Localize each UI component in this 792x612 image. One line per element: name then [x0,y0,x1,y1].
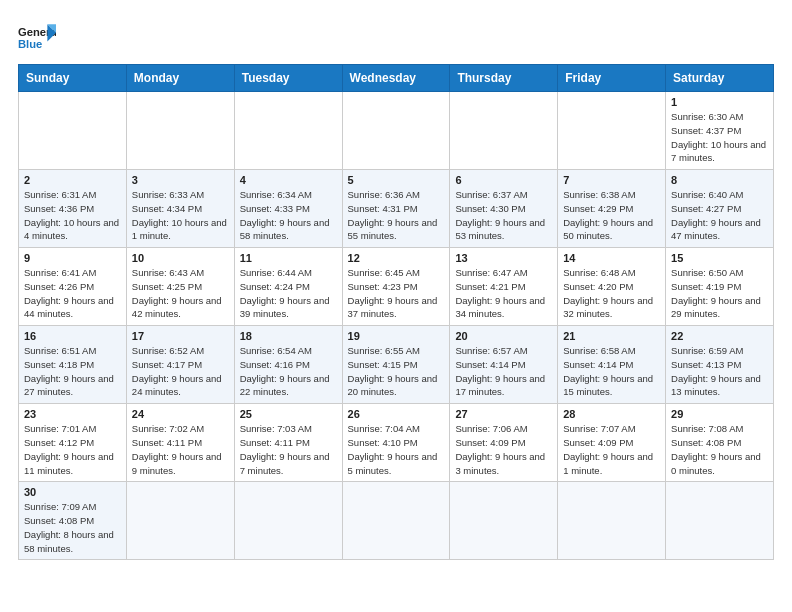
calendar-cell: 21Sunrise: 6:58 AM Sunset: 4:14 PM Dayli… [558,326,666,404]
day-number: 10 [132,252,229,264]
day-info: Sunrise: 7:01 AM Sunset: 4:12 PM Dayligh… [24,422,121,477]
day-number: 4 [240,174,337,186]
weekday-header-thursday: Thursday [450,65,558,92]
calendar-week-row: 9Sunrise: 6:41 AM Sunset: 4:26 PM Daylig… [19,248,774,326]
day-info: Sunrise: 6:33 AM Sunset: 4:34 PM Dayligh… [132,188,229,243]
calendar-cell: 15Sunrise: 6:50 AM Sunset: 4:19 PM Dayli… [666,248,774,326]
calendar-cell: 18Sunrise: 6:54 AM Sunset: 4:16 PM Dayli… [234,326,342,404]
calendar-cell [126,482,234,560]
day-number: 5 [348,174,445,186]
day-number: 23 [24,408,121,420]
calendar-cell [558,92,666,170]
day-number: 22 [671,330,768,342]
calendar-cell [234,482,342,560]
day-number: 29 [671,408,768,420]
day-number: 18 [240,330,337,342]
calendar-table: SundayMondayTuesdayWednesdayThursdayFrid… [18,64,774,560]
calendar-cell: 11Sunrise: 6:44 AM Sunset: 4:24 PM Dayli… [234,248,342,326]
day-number: 21 [563,330,660,342]
calendar-cell: 8Sunrise: 6:40 AM Sunset: 4:27 PM Daylig… [666,170,774,248]
day-info: Sunrise: 6:52 AM Sunset: 4:17 PM Dayligh… [132,344,229,399]
calendar-cell: 29Sunrise: 7:08 AM Sunset: 4:08 PM Dayli… [666,404,774,482]
weekday-header-friday: Friday [558,65,666,92]
day-number: 8 [671,174,768,186]
day-info: Sunrise: 7:02 AM Sunset: 4:11 PM Dayligh… [132,422,229,477]
day-number: 7 [563,174,660,186]
day-number: 13 [455,252,552,264]
calendar-cell [342,482,450,560]
day-info: Sunrise: 7:08 AM Sunset: 4:08 PM Dayligh… [671,422,768,477]
svg-text:Blue: Blue [18,38,42,50]
day-number: 17 [132,330,229,342]
day-number: 16 [24,330,121,342]
day-number: 1 [671,96,768,108]
calendar-cell: 3Sunrise: 6:33 AM Sunset: 4:34 PM Daylig… [126,170,234,248]
weekday-header-row: SundayMondayTuesdayWednesdayThursdayFrid… [19,65,774,92]
calendar-cell: 14Sunrise: 6:48 AM Sunset: 4:20 PM Dayli… [558,248,666,326]
calendar-cell: 30Sunrise: 7:09 AM Sunset: 4:08 PM Dayli… [19,482,127,560]
calendar-cell: 22Sunrise: 6:59 AM Sunset: 4:13 PM Dayli… [666,326,774,404]
day-number: 24 [132,408,229,420]
calendar-cell [450,92,558,170]
day-info: Sunrise: 6:58 AM Sunset: 4:14 PM Dayligh… [563,344,660,399]
day-number: 20 [455,330,552,342]
day-number: 11 [240,252,337,264]
day-info: Sunrise: 7:03 AM Sunset: 4:11 PM Dayligh… [240,422,337,477]
calendar-cell: 1Sunrise: 6:30 AM Sunset: 4:37 PM Daylig… [666,92,774,170]
calendar-cell: 28Sunrise: 7:07 AM Sunset: 4:09 PM Dayli… [558,404,666,482]
day-number: 2 [24,174,121,186]
day-info: Sunrise: 7:09 AM Sunset: 4:08 PM Dayligh… [24,500,121,555]
day-number: 19 [348,330,445,342]
weekday-header-saturday: Saturday [666,65,774,92]
weekday-header-wednesday: Wednesday [342,65,450,92]
day-info: Sunrise: 6:47 AM Sunset: 4:21 PM Dayligh… [455,266,552,321]
calendar-week-row: 30Sunrise: 7:09 AM Sunset: 4:08 PM Dayli… [19,482,774,560]
day-info: Sunrise: 7:04 AM Sunset: 4:10 PM Dayligh… [348,422,445,477]
calendar-cell: 12Sunrise: 6:45 AM Sunset: 4:23 PM Dayli… [342,248,450,326]
calendar-week-row: 16Sunrise: 6:51 AM Sunset: 4:18 PM Dayli… [19,326,774,404]
calendar-cell: 26Sunrise: 7:04 AM Sunset: 4:10 PM Dayli… [342,404,450,482]
day-number: 12 [348,252,445,264]
weekday-header-tuesday: Tuesday [234,65,342,92]
day-info: Sunrise: 6:30 AM Sunset: 4:37 PM Dayligh… [671,110,768,165]
day-info: Sunrise: 6:50 AM Sunset: 4:19 PM Dayligh… [671,266,768,321]
calendar-cell: 6Sunrise: 6:37 AM Sunset: 4:30 PM Daylig… [450,170,558,248]
calendar-cell: 5Sunrise: 6:36 AM Sunset: 4:31 PM Daylig… [342,170,450,248]
calendar-week-row: 2Sunrise: 6:31 AM Sunset: 4:36 PM Daylig… [19,170,774,248]
calendar-cell: 9Sunrise: 6:41 AM Sunset: 4:26 PM Daylig… [19,248,127,326]
day-info: Sunrise: 6:44 AM Sunset: 4:24 PM Dayligh… [240,266,337,321]
generalblue-logo-icon: General Blue [18,22,56,54]
calendar-cell [342,92,450,170]
calendar-cell: 23Sunrise: 7:01 AM Sunset: 4:12 PM Dayli… [19,404,127,482]
calendar-cell: 10Sunrise: 6:43 AM Sunset: 4:25 PM Dayli… [126,248,234,326]
calendar-cell [19,92,127,170]
day-info: Sunrise: 6:59 AM Sunset: 4:13 PM Dayligh… [671,344,768,399]
day-info: Sunrise: 6:51 AM Sunset: 4:18 PM Dayligh… [24,344,121,399]
day-info: Sunrise: 6:43 AM Sunset: 4:25 PM Dayligh… [132,266,229,321]
day-number: 28 [563,408,660,420]
day-info: Sunrise: 6:37 AM Sunset: 4:30 PM Dayligh… [455,188,552,243]
calendar-cell: 4Sunrise: 6:34 AM Sunset: 4:33 PM Daylig… [234,170,342,248]
day-info: Sunrise: 6:40 AM Sunset: 4:27 PM Dayligh… [671,188,768,243]
logo: General Blue [18,18,56,54]
weekday-header-sunday: Sunday [19,65,127,92]
day-info: Sunrise: 6:55 AM Sunset: 4:15 PM Dayligh… [348,344,445,399]
calendar-cell: 19Sunrise: 6:55 AM Sunset: 4:15 PM Dayli… [342,326,450,404]
calendar-cell: 17Sunrise: 6:52 AM Sunset: 4:17 PM Dayli… [126,326,234,404]
day-number: 30 [24,486,121,498]
day-number: 14 [563,252,660,264]
day-info: Sunrise: 6:38 AM Sunset: 4:29 PM Dayligh… [563,188,660,243]
day-number: 25 [240,408,337,420]
day-number: 27 [455,408,552,420]
day-number: 9 [24,252,121,264]
day-info: Sunrise: 6:34 AM Sunset: 4:33 PM Dayligh… [240,188,337,243]
day-number: 6 [455,174,552,186]
day-info: Sunrise: 6:45 AM Sunset: 4:23 PM Dayligh… [348,266,445,321]
calendar-cell [666,482,774,560]
weekday-header-monday: Monday [126,65,234,92]
day-info: Sunrise: 7:06 AM Sunset: 4:09 PM Dayligh… [455,422,552,477]
day-info: Sunrise: 6:31 AM Sunset: 4:36 PM Dayligh… [24,188,121,243]
day-info: Sunrise: 6:57 AM Sunset: 4:14 PM Dayligh… [455,344,552,399]
calendar-cell: 27Sunrise: 7:06 AM Sunset: 4:09 PM Dayli… [450,404,558,482]
calendar-cell [558,482,666,560]
